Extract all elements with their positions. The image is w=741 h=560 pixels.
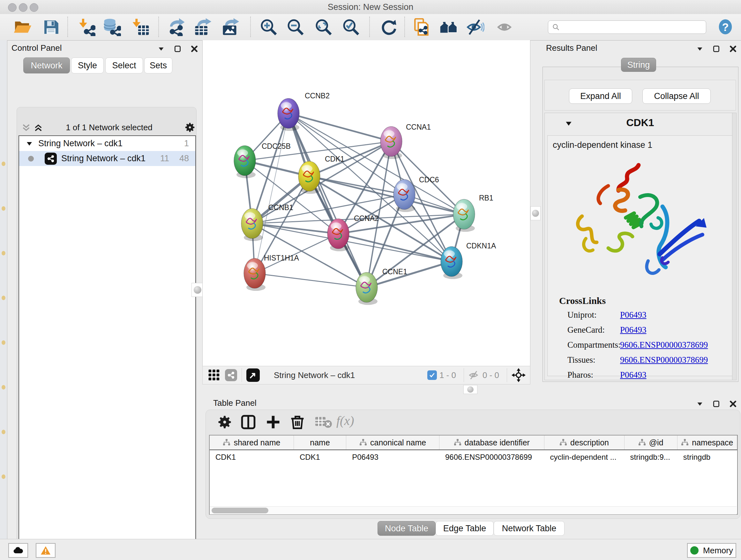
table-cell: P06493 bbox=[346, 450, 440, 464]
tab-style[interactable]: Style bbox=[71, 57, 104, 73]
save-session-icon[interactable] bbox=[42, 18, 60, 36]
graph-node-CCNE1[interactable] bbox=[356, 272, 378, 305]
panel-maximize-icon[interactable] bbox=[174, 45, 182, 53]
memory-button[interactable]: Memory bbox=[687, 543, 736, 558]
node-label-CDKN1A: CDKN1A bbox=[466, 242, 496, 250]
export-table-icon[interactable] bbox=[194, 18, 212, 36]
column-header-name[interactable]: name bbox=[294, 435, 346, 449]
results-scrollbar[interactable] bbox=[732, 113, 737, 380]
crosslink-label: Pharos: bbox=[567, 370, 593, 380]
panel-float-icon[interactable] bbox=[696, 400, 704, 408]
table-options-gear-icon[interactable] bbox=[216, 414, 233, 430]
collapse-all-icon[interactable] bbox=[21, 123, 31, 133]
import-network-from-file-icon[interactable] bbox=[77, 18, 95, 36]
crosslink-link[interactable]: P06493 bbox=[620, 370, 647, 380]
expand-all-button[interactable]: Expand All bbox=[569, 88, 632, 104]
crosslink-link[interactable]: 9606.ENSP00000378699 bbox=[620, 340, 708, 350]
crosslink-link[interactable]: P06493 bbox=[620, 325, 647, 335]
network-row-selected[interactable]: String Network – cdk1 11 48 bbox=[19, 151, 195, 166]
graph-node-CDC6[interactable] bbox=[394, 179, 415, 212]
tab-sets[interactable]: Sets bbox=[144, 57, 172, 73]
column-header--id[interactable]: @id bbox=[624, 435, 677, 449]
search-field[interactable] bbox=[548, 20, 706, 34]
help-icon[interactable]: ? bbox=[718, 19, 733, 35]
column-header-namespace[interactable]: namespace bbox=[677, 435, 737, 449]
graph-edge-CDKN1A-CCNE1[interactable] bbox=[367, 261, 452, 287]
crosslink-link[interactable]: P06493 bbox=[620, 310, 647, 320]
warnings-button[interactable] bbox=[36, 543, 56, 558]
pan-crosshair-icon[interactable] bbox=[512, 368, 526, 382]
svg-text:?: ? bbox=[722, 21, 729, 33]
graph-node-CCNA2[interactable] bbox=[327, 219, 349, 251]
cloud-status-button[interactable] bbox=[8, 543, 28, 558]
panel-maximize-icon[interactable] bbox=[712, 400, 721, 408]
grid-view-icon[interactable] bbox=[208, 369, 220, 381]
import-table-from-file-icon[interactable] bbox=[131, 18, 149, 36]
scrollbar-thumb[interactable] bbox=[212, 508, 268, 513]
panel-close-icon[interactable] bbox=[190, 45, 199, 53]
export-image-icon[interactable] bbox=[222, 18, 240, 36]
import-network-from-database-icon[interactable] bbox=[103, 18, 121, 36]
zoom-selected-icon[interactable] bbox=[342, 18, 360, 36]
search-input[interactable] bbox=[560, 22, 695, 32]
column-type-icon bbox=[454, 439, 461, 446]
add-column-icon[interactable] bbox=[265, 414, 281, 430]
expand-all-icon[interactable] bbox=[33, 123, 44, 133]
window-title: Session: New Session bbox=[0, 2, 741, 12]
tab-node-table[interactable]: Node Table bbox=[378, 521, 435, 536]
collapse-all-button[interactable]: Collapse All bbox=[643, 88, 711, 104]
graph-node-RB1[interactable] bbox=[453, 199, 475, 232]
export-network-icon[interactable] bbox=[168, 18, 186, 36]
graph-node-HIST1H1A[interactable] bbox=[244, 258, 266, 291]
redraw-network-icon[interactable] bbox=[380, 18, 398, 36]
collection-expand-arrow-icon[interactable] bbox=[25, 140, 33, 147]
graph-node-CCNB2[interactable] bbox=[278, 98, 299, 131]
column-header-canonical-name[interactable]: canonical name bbox=[346, 435, 440, 449]
network-view-canvas[interactable]: CCNB2CCNA1CDC25BCDK1CDC6RB1CCNB1CCNA2CDK… bbox=[202, 40, 530, 366]
hide-selection-icon[interactable] bbox=[467, 18, 484, 36]
graph-node-CCNB1[interactable] bbox=[241, 208, 263, 241]
tab-network[interactable]: Network bbox=[23, 57, 70, 73]
panel-close-icon[interactable] bbox=[729, 400, 737, 408]
network-collection-row[interactable]: String Network – cdk1 1 bbox=[19, 136, 195, 151]
graph-node-CDC25B[interactable] bbox=[234, 145, 256, 178]
column-header-description[interactable]: description bbox=[544, 435, 624, 449]
tab-select[interactable]: Select bbox=[105, 57, 143, 73]
selected-checkbox-icon[interactable] bbox=[427, 370, 437, 380]
vertical-splitter-handle[interactable] bbox=[192, 283, 204, 297]
zoom-fit-content-icon[interactable] bbox=[315, 18, 333, 36]
string-network-graph[interactable]: CCNB2CCNA1CDC25BCDK1CDC6RB1CCNB1CCNA2CDK… bbox=[203, 40, 530, 365]
crosslink-link[interactable]: 9606.ENSP00000378699 bbox=[620, 355, 708, 365]
horizontal-splitter-handle[interactable] bbox=[463, 385, 477, 394]
table-row[interactable]: CDK1CDK1P064939606.ENSP00000378699cyclin… bbox=[210, 450, 737, 464]
graph-edge-HIST1H1A-CCNE1[interactable] bbox=[255, 273, 367, 287]
panel-float-icon[interactable] bbox=[696, 45, 704, 53]
gene-description: cyclin-dependent kinase 1 bbox=[553, 140, 652, 150]
panel-maximize-icon[interactable] bbox=[712, 45, 721, 53]
open-session-icon[interactable] bbox=[13, 18, 31, 36]
column-header-database-identifier[interactable]: database identifier bbox=[440, 435, 544, 449]
graph-edge-CCNB2-HIST1H1A[interactable] bbox=[255, 113, 288, 273]
column-header-shared-name[interactable]: shared name bbox=[210, 435, 294, 449]
graph-edge-CCNB2-CCNE1[interactable] bbox=[288, 113, 367, 287]
network-options-gear-icon[interactable] bbox=[184, 121, 196, 133]
tab-network-table[interactable]: Network Table bbox=[494, 521, 564, 536]
table-horizontal-scrollbar[interactable] bbox=[210, 506, 737, 514]
network-state-dot bbox=[28, 156, 34, 162]
panel-close-icon[interactable] bbox=[729, 45, 737, 53]
tab-edge-table[interactable]: Edge Table bbox=[435, 521, 494, 536]
hidden-eye-icon[interactable] bbox=[468, 369, 480, 381]
tab-string[interactable]: String bbox=[621, 58, 656, 72]
first-neighbors-icon[interactable] bbox=[440, 18, 458, 36]
birds-eye-view-icon[interactable] bbox=[246, 368, 260, 382]
graph-edge-CCNA2-HIST1H1A[interactable] bbox=[255, 234, 338, 273]
graph-node-CDKN1A[interactable] bbox=[441, 246, 462, 279]
show-columns-icon[interactable] bbox=[240, 414, 257, 430]
toolbar-separator bbox=[67, 17, 68, 37]
zoom-in-icon[interactable] bbox=[260, 18, 278, 36]
delete-column-trash-icon[interactable] bbox=[289, 414, 306, 430]
zoom-out-icon[interactable] bbox=[286, 18, 305, 36]
new-network-from-selection-icon[interactable] bbox=[413, 18, 431, 36]
panel-float-icon[interactable] bbox=[157, 45, 165, 53]
gene-section: CDK1 cyclin-dependent kinase 1 bbox=[544, 113, 736, 380]
